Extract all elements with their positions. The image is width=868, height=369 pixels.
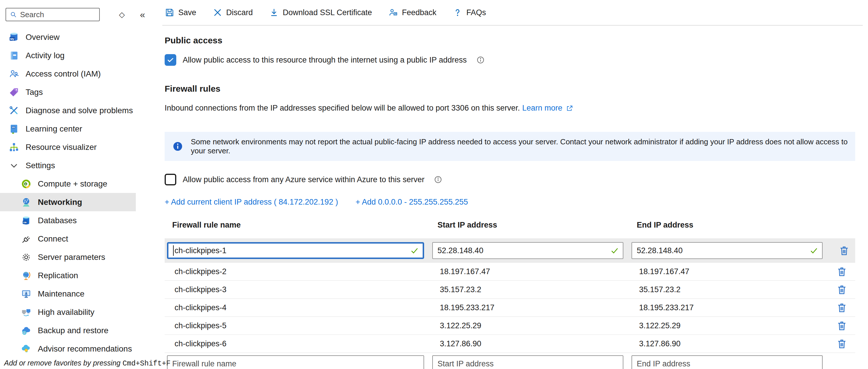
- info-banner: Some network environments may not report…: [165, 132, 855, 161]
- sidebar-item-replication[interactable]: Replication: [0, 266, 162, 285]
- azure-access-checkbox[interactable]: [165, 174, 176, 185]
- sidebar-item-connect[interactable]: Connect: [0, 229, 162, 248]
- globe-stand-icon: [21, 270, 31, 281]
- search-input[interactable]: Search: [5, 8, 100, 21]
- sync-monitors-icon: [21, 307, 31, 317]
- mysql-server-icon: My: [9, 32, 19, 42]
- text-caret: [173, 245, 174, 256]
- feedback-icon: [388, 7, 398, 18]
- diamond-icon[interactable]: ◇: [119, 11, 125, 18]
- trash-icon: [836, 320, 848, 332]
- learning-book-icon: 101: [9, 124, 19, 134]
- delete-rule-button[interactable]: [838, 245, 850, 256]
- delete-rule-button[interactable]: [836, 302, 848, 313]
- sidebar-item-label: Replication: [38, 271, 78, 280]
- sidebar-search-row: Search ◇ «: [5, 7, 162, 22]
- checkmark-icon: [166, 56, 175, 64]
- faqs-button[interactable]: FAQs: [453, 7, 486, 18]
- sidebar-item-compute-storage[interactable]: $ Compute + storage: [0, 175, 162, 193]
- download-icon: [269, 7, 279, 18]
- networking-pane: Save Discard Download SSL Certificate Fe…: [162, 0, 868, 369]
- new-rule-name-input[interactable]: [167, 355, 424, 369]
- info-filled-icon: [172, 141, 183, 152]
- trash-icon: [836, 302, 848, 313]
- sidebar-item-advisor-recommendations[interactable]: Advisor recommendations: [0, 340, 162, 358]
- sidebar-item-label: Resource visualizer: [26, 143, 97, 152]
- discard-button[interactable]: Discard: [213, 7, 253, 18]
- monitor-download-icon: [21, 289, 31, 299]
- resource-tree-icon: [9, 142, 19, 153]
- info-banner-text: Some network environments may not report…: [191, 137, 848, 155]
- delete-rule-button[interactable]: [836, 284, 848, 296]
- table-row: ch-clickpipes-5 3.122.25.29 3.122.25.29: [165, 317, 855, 335]
- sidebar-item-activity-log[interactable]: Activity log: [0, 46, 162, 65]
- valid-check-icon: [410, 246, 419, 255]
- delete-rule-button[interactable]: [836, 338, 848, 349]
- sidebar-item-learning-center[interactable]: 101 Learning center: [0, 120, 162, 138]
- sidebar-item-maintenance[interactable]: Maintenance: [0, 285, 162, 303]
- learn-more-link[interactable]: Learn more: [522, 103, 562, 113]
- sidebar-item-backup-restore[interactable]: Backup and restore: [0, 321, 162, 340]
- sidebar-item-databases[interactable]: DB Databases: [0, 211, 162, 229]
- compute-storage-icon: $: [21, 179, 31, 189]
- sidebar-item-diagnose[interactable]: Diagnose and solve problems: [0, 101, 162, 120]
- firewall-rules-table: Firewall rule name Start IP address End …: [165, 221, 855, 369]
- advisor-cloud-icon: [21, 344, 31, 354]
- sidebar-item-label: Activity log: [26, 51, 65, 60]
- networking-globe-icon: [21, 197, 31, 208]
- sidebar-item-label: High availability: [38, 308, 95, 317]
- feedback-button[interactable]: Feedback: [388, 7, 437, 18]
- activity-log-icon: [9, 50, 19, 61]
- firewall-description: Inbound connections from the IP addresse…: [165, 103, 855, 113]
- resource-menu: Search ◇ « My Overview Activity log Acce…: [0, 0, 162, 369]
- sidebar-item-networking[interactable]: Networking: [0, 193, 136, 211]
- sidebar-item-label: Networking: [38, 197, 82, 207]
- collapse-menu-icon[interactable]: «: [140, 10, 145, 19]
- sidebar-item-label: Maintenance: [38, 289, 84, 299]
- save-icon: [165, 7, 175, 18]
- sidebar-item-overview[interactable]: My Overview: [0, 28, 162, 46]
- download-ssl-certificate-button[interactable]: Download SSL Certificate: [269, 7, 372, 18]
- public-access-checkbox[interactable]: [165, 54, 176, 66]
- sidebar-item-tags[interactable]: Tags: [0, 83, 162, 101]
- sidebar-item-settings[interactable]: Settings: [0, 156, 162, 175]
- rule-name-input[interactable]: ch-clickpipes-1: [167, 242, 424, 259]
- public-access-checkbox-row: Allow public access to this resource thr…: [165, 54, 855, 66]
- info-icon[interactable]: [434, 175, 442, 184]
- firewall-rules-title: Firewall rules: [165, 84, 855, 94]
- table-row-new: [165, 355, 855, 369]
- sidebar-item-label: Connect: [38, 234, 68, 244]
- save-button[interactable]: Save: [165, 7, 196, 18]
- add-all-ips-link[interactable]: + Add 0.0.0.0 - 255.255.255.255: [355, 197, 468, 207]
- delete-rule-button[interactable]: [836, 266, 848, 277]
- key-shift: Shift: [140, 360, 162, 368]
- delete-rule-button[interactable]: [836, 320, 848, 332]
- plug-icon: [21, 234, 31, 244]
- sidebar-item-resource-visualizer[interactable]: Resource visualizer: [0, 138, 162, 156]
- key-f: F: [166, 360, 170, 368]
- new-start-ip-input[interactable]: [432, 355, 623, 369]
- sidebar-item-label: Server parameters: [38, 253, 105, 262]
- public-access-title: Public access: [165, 35, 855, 45]
- add-ip-links: + Add current client IP address ( 84.172…: [165, 197, 855, 207]
- sidebar-item-server-parameters[interactable]: Server parameters: [0, 248, 162, 266]
- new-end-ip-input[interactable]: [631, 355, 823, 369]
- external-link-icon: [566, 104, 574, 112]
- svg-text:$: $: [25, 183, 27, 185]
- add-client-ip-link[interactable]: + Add current client IP address ( 84.172…: [165, 197, 338, 207]
- svg-text:DB: DB: [23, 221, 27, 223]
- table-row-editing: ch-clickpipes-1 52.28.148.40 52.28.148.4…: [165, 238, 855, 263]
- search-icon: [9, 11, 17, 18]
- people-icon: [9, 69, 19, 79]
- table-row: ch-clickpipes-2 18.197.167.47 18.197.167…: [165, 263, 855, 281]
- start-ip-input[interactable]: 52.28.148.40: [432, 242, 623, 259]
- end-ip-input[interactable]: 52.28.148.40: [631, 242, 823, 259]
- networking-content: Public access Allow public access to thi…: [162, 26, 868, 369]
- azure-access-checkbox-label: Allow public access from any Azure servi…: [183, 175, 425, 184]
- sidebar-item-label: Settings: [26, 161, 55, 170]
- info-icon[interactable]: [476, 56, 485, 64]
- trash-icon: [836, 338, 848, 349]
- sidebar-item-high-availability[interactable]: High availability: [0, 303, 162, 321]
- sidebar-item-access-control[interactable]: Access control (IAM): [0, 65, 162, 83]
- sidebar-item-label: Advisor recommendations: [38, 344, 132, 353]
